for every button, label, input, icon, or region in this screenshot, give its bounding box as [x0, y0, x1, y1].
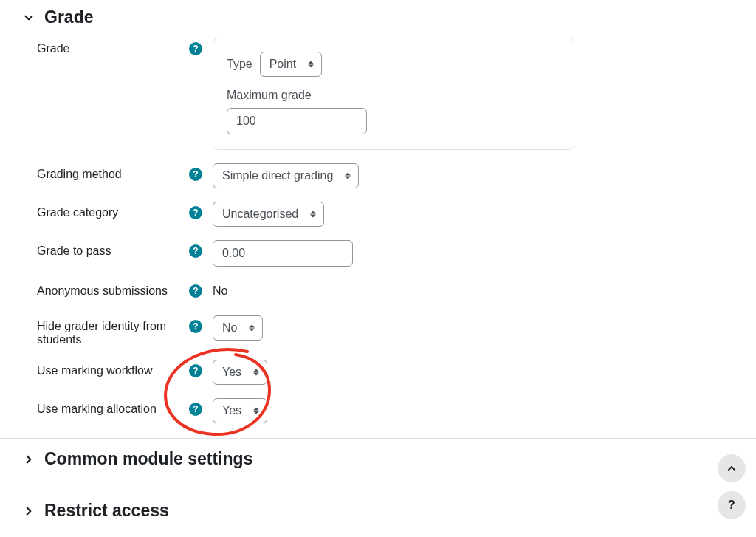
label-grade-category: Grade category [37, 206, 185, 219]
help-icon[interactable]: ? [189, 206, 202, 219]
label-max-grade: Maximum grade [227, 89, 560, 102]
row-marking-workflow: Use marking workflow ? Yes [22, 360, 734, 385]
select-hide-grader-value: No [222, 321, 237, 335]
row-grading-method: Grading method ? Simple direct grading [22, 163, 734, 188]
row-marking-allocation: Use marking allocation ? Yes [22, 398, 734, 423]
input-grade-to-pass[interactable] [213, 240, 353, 267]
chevron-up-icon [726, 462, 738, 474]
select-marking-allocation[interactable]: Yes [213, 398, 267, 423]
chevron-updown-icon [253, 408, 259, 414]
chevron-updown-icon [249, 325, 255, 332]
section-title-grade: Grade [44, 7, 93, 27]
section-header-grade[interactable]: Grade [22, 7, 734, 27]
help-floating-button[interactable]: ? [718, 491, 746, 519]
help-icon[interactable]: ? [189, 42, 202, 55]
help-icon[interactable]: ? [189, 168, 202, 181]
select-grade-type[interactable]: Point [260, 52, 322, 77]
chevron-right-icon [22, 504, 35, 518]
chevron-updown-icon [310, 211, 316, 218]
row-grade-to-pass: Grade to pass ? [22, 240, 734, 267]
row-hide-grader: Hide grader identity from students ? No [22, 315, 734, 346]
help-icon[interactable]: ? [189, 320, 202, 333]
label-grade-to-pass: Grade to pass [37, 244, 185, 258]
question-icon: ? [728, 499, 735, 512]
help-icon[interactable]: ? [189, 403, 202, 416]
section-title-restrict-access: Restrict access [44, 501, 169, 521]
input-max-grade[interactable] [227, 108, 367, 134]
select-marking-workflow-value: Yes [222, 366, 241, 379]
chevron-updown-icon [345, 173, 351, 179]
value-anonymous-submissions: No [213, 280, 734, 302]
select-grade-category[interactable]: Uncategorised [213, 202, 324, 227]
grade-box: Type Point Maximum grade [213, 38, 574, 150]
label-marking-workflow: Use marking workflow [37, 364, 185, 377]
label-grading-method: Grading method [37, 168, 185, 181]
scroll-top-button[interactable] [718, 454, 746, 482]
help-icon[interactable]: ? [189, 244, 202, 258]
label-anonymous-submissions: Anonymous submissions [37, 284, 185, 298]
select-hide-grader[interactable]: No [213, 315, 263, 341]
section-title-common-module: Common module settings [44, 449, 252, 469]
label-grade: Grade [37, 42, 185, 55]
floating-buttons: ? [718, 454, 746, 519]
select-grade-category-value: Uncategorised [222, 208, 298, 221]
chevron-down-icon [22, 11, 35, 24]
select-grading-method-value: Simple direct grading [222, 169, 333, 182]
help-icon[interactable]: ? [189, 364, 202, 377]
help-icon[interactable]: ? [189, 284, 202, 298]
chevron-updown-icon [253, 369, 259, 376]
select-grade-type-value: Point [269, 58, 296, 71]
label-hide-grader: Hide grader identity from students [37, 320, 185, 346]
section-header-restrict-access[interactable]: Restrict access [22, 501, 734, 521]
section-header-common-module[interactable]: Common module settings [22, 449, 734, 469]
row-anonymous-submissions: Anonymous submissions ? No [22, 280, 734, 302]
row-grade: Grade ? Type Point Maximum grade [22, 38, 734, 150]
chevron-right-icon [22, 453, 35, 466]
select-marking-allocation-value: Yes [222, 404, 241, 417]
chevron-updown-icon [308, 61, 314, 68]
select-grading-method[interactable]: Simple direct grading [213, 163, 359, 188]
row-grade-category: Grade category ? Uncategorised [22, 202, 734, 227]
label-grade-type: Type [227, 58, 252, 71]
select-marking-workflow[interactable]: Yes [213, 360, 267, 385]
label-marking-allocation: Use marking allocation [37, 403, 185, 416]
